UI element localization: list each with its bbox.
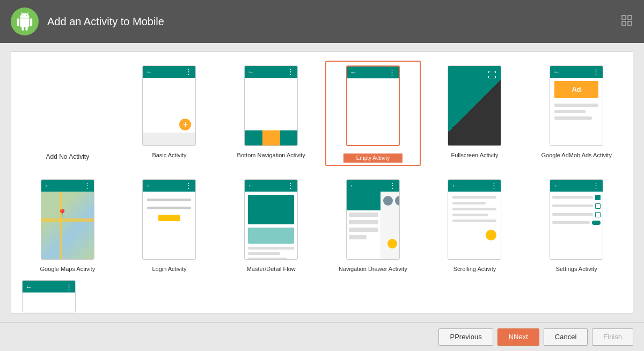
card-scrolling-activity[interactable]: ← ⋮ Scrolling Activity bbox=[427, 174, 523, 276]
card-settings-activity[interactable]: ← ⋮ bbox=[529, 174, 624, 276]
card-maps-activity[interactable]: ← ⋮ 📍 Google Maps Activity bbox=[20, 174, 115, 276]
settings-toggle1 bbox=[592, 221, 601, 225]
settings-row1 bbox=[552, 195, 601, 200]
map-road-horizontal bbox=[41, 218, 94, 222]
drawer-item4 bbox=[349, 235, 367, 239]
card-add-no-activity[interactable]: Add No Activity bbox=[20, 61, 115, 166]
back-arrow-row3: ← bbox=[25, 283, 32, 291]
card-empty-activity[interactable]: ← ⋮ Empty Activity bbox=[325, 61, 421, 166]
card-fullscreen-activity[interactable]: ⛶ Fullscreen Activity bbox=[427, 61, 523, 166]
bottombar-basic bbox=[143, 133, 195, 145]
dots-admob: ⋮ bbox=[592, 68, 600, 76]
drawer-area bbox=[347, 192, 399, 259]
map-area: 📍 bbox=[41, 192, 94, 259]
android-logo bbox=[11, 8, 39, 35]
sl4 bbox=[452, 214, 488, 216]
thumb-settings: ← ⋮ bbox=[547, 178, 606, 261]
back-arrow-settings: ← bbox=[553, 181, 560, 189]
settings-label3 bbox=[552, 213, 593, 216]
topbar-settings: ← ⋮ bbox=[550, 180, 603, 192]
login-form bbox=[147, 199, 191, 221]
topbar-navdrawer: ← ⋮ bbox=[347, 180, 399, 192]
dots-scrolling: ⋮ bbox=[491, 181, 498, 189]
card-basic-activity[interactable]: ← ⋮ Basic Activity bbox=[122, 61, 217, 166]
mock-settings: ← ⋮ bbox=[550, 179, 603, 260]
detail-area bbox=[245, 192, 297, 259]
selected-label-empty: Empty Activity bbox=[343, 153, 402, 163]
thumb-add-no-activity bbox=[38, 65, 97, 149]
thumb-login: ← ⋮ bbox=[140, 178, 199, 261]
card-nav-drawer[interactable]: ← ⋮ bbox=[325, 174, 421, 276]
row3-partial: ← ⋮ bbox=[20, 276, 624, 312]
navitem3 bbox=[280, 130, 298, 145]
next-button[interactable]: NNext bbox=[497, 328, 539, 346]
back-arrow-scrolling: ← bbox=[451, 181, 458, 189]
detail-lines bbox=[248, 247, 294, 260]
main-content: Add No Activity ← ⋮ Basic Activity bbox=[0, 43, 644, 322]
settings-label1 bbox=[552, 196, 593, 199]
activity-grid-container[interactable]: Add No Activity ← ⋮ Basic Activity bbox=[11, 52, 633, 313]
drawer-item1 bbox=[349, 213, 378, 217]
dl1 bbox=[248, 247, 294, 250]
settings-row4 bbox=[552, 221, 601, 225]
card-bottom-navigation-activity[interactable]: ← ⋮ Bottom Navigation Activity bbox=[223, 61, 319, 166]
mock-master: ← ⋮ bbox=[244, 179, 298, 260]
circle1 bbox=[383, 196, 393, 206]
label-add-no-activity: Add No Activity bbox=[46, 153, 89, 162]
back-arrow-navdrawer: ← bbox=[349, 181, 356, 189]
back-arrow-admob: ← bbox=[553, 68, 560, 76]
settings-check2 bbox=[595, 203, 601, 209]
dialog-footer: PPrevious NNext Cancel Finish bbox=[0, 322, 644, 351]
thumb-scrolling: ← ⋮ bbox=[445, 178, 504, 261]
card-master-detail[interactable]: ← ⋮ Mast bbox=[223, 174, 319, 276]
svg-rect-0 bbox=[622, 16, 626, 19]
topbar-empty: ← ⋮ bbox=[347, 67, 399, 78]
detail-card1 bbox=[248, 195, 294, 224]
label-login: Login Activity bbox=[152, 265, 186, 273]
dots-basic: ⋮ bbox=[185, 68, 193, 76]
topbar-scrolling: ← ⋮ bbox=[448, 180, 501, 192]
fab-basic bbox=[179, 119, 191, 130]
map-pin: 📍 bbox=[57, 208, 68, 218]
settings-rows bbox=[550, 192, 603, 231]
topbar-basic: ← ⋮ bbox=[143, 66, 195, 78]
mock-scrolling: ← ⋮ bbox=[448, 179, 501, 260]
mock-fullscreen: ⛶ bbox=[448, 65, 501, 146]
card-login-activity[interactable]: ← ⋮ Login Activity bbox=[122, 174, 217, 276]
dots-master: ⋮ bbox=[287, 181, 295, 189]
mock-login: ← ⋮ bbox=[142, 179, 196, 260]
back-arrow-bottomnav: ← bbox=[247, 68, 254, 76]
drawer-items bbox=[347, 210, 380, 245]
mock-basic: ← ⋮ bbox=[142, 65, 196, 146]
cancel-label: Cancel bbox=[555, 333, 576, 341]
dl3 bbox=[248, 258, 287, 260]
navbar-bottomnav bbox=[245, 130, 297, 145]
mock-empty: ← ⋮ bbox=[346, 65, 400, 146]
thumb-admob: ← ⋮ Ad bbox=[547, 64, 606, 147]
label-basic-activity: Basic Activity bbox=[152, 151, 186, 159]
label-scrolling: Scrolling Activity bbox=[453, 265, 496, 273]
topbar-master: ← ⋮ bbox=[245, 180, 297, 192]
cancel-button[interactable]: Cancel bbox=[544, 328, 588, 346]
dots-settings: ⋮ bbox=[592, 181, 600, 189]
thumb-master-detail: ← ⋮ bbox=[241, 178, 301, 261]
topbar-bottomnav: ← ⋮ bbox=[245, 66, 297, 78]
card-admob-activity[interactable]: ← ⋮ Ad Google AdMob Ads Activity bbox=[529, 61, 624, 166]
settings-row2 bbox=[552, 203, 601, 209]
dots-navdrawer: ⋮ bbox=[389, 181, 397, 189]
previous-underline: PPrevious bbox=[450, 333, 481, 341]
settings-row3 bbox=[552, 212, 601, 217]
label-fullscreen: Fullscreen Activity bbox=[451, 151, 498, 159]
map-background: 📍 bbox=[41, 192, 94, 259]
drawer-item2 bbox=[349, 220, 378, 224]
label-admob: Google AdMob Ads Activity bbox=[541, 151, 611, 159]
header-title: Add an Activity to Mobile bbox=[47, 16, 164, 28]
sl1 bbox=[452, 196, 496, 199]
finish-label: Finish bbox=[603, 333, 622, 341]
dialog-header: Add an Activity to Mobile bbox=[0, 0, 644, 43]
fab-scrolling bbox=[486, 230, 496, 240]
settings-area bbox=[550, 192, 603, 259]
login-btn-wrap bbox=[147, 215, 191, 221]
dots-empty: ⋮ bbox=[389, 68, 396, 76]
previous-button[interactable]: PPrevious bbox=[438, 328, 493, 346]
